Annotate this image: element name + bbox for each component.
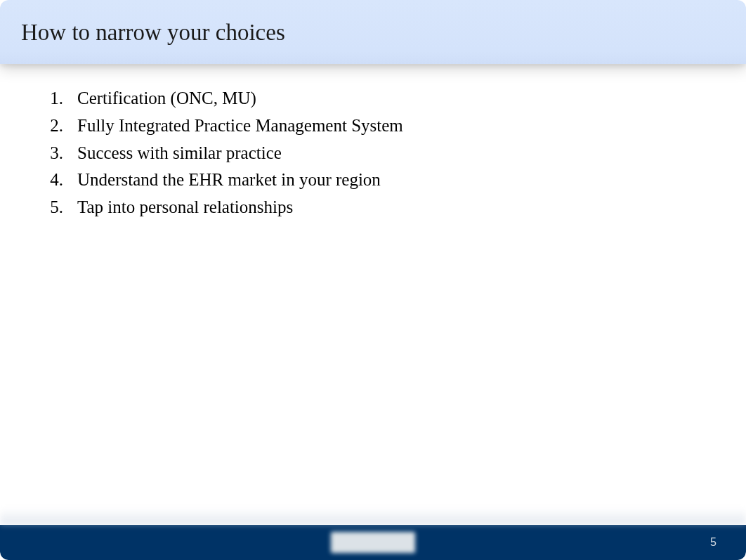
list-item: Understand the EHR market in your region	[49, 167, 725, 194]
slide: How to narrow your choices Certification…	[0, 0, 746, 560]
list-item: Success with similar practice	[49, 140, 725, 167]
slide-header: How to narrow your choices	[0, 0, 746, 64]
slide-content: Certification (ONC, MU) Fully Integrated…	[0, 64, 746, 221]
page-number: 5	[710, 536, 716, 549]
slide-footer: 5	[0, 525, 746, 560]
list-item: Fully Integrated Practice Management Sys…	[49, 112, 725, 140]
slide-title: How to narrow your choices	[21, 20, 725, 46]
list-item: Tap into personal relationships	[49, 194, 725, 221]
list-item: Certification (ONC, MU)	[49, 85, 725, 112]
footer-logo	[331, 532, 415, 553]
numbered-list: Certification (ONC, MU) Fully Integrated…	[49, 85, 725, 221]
